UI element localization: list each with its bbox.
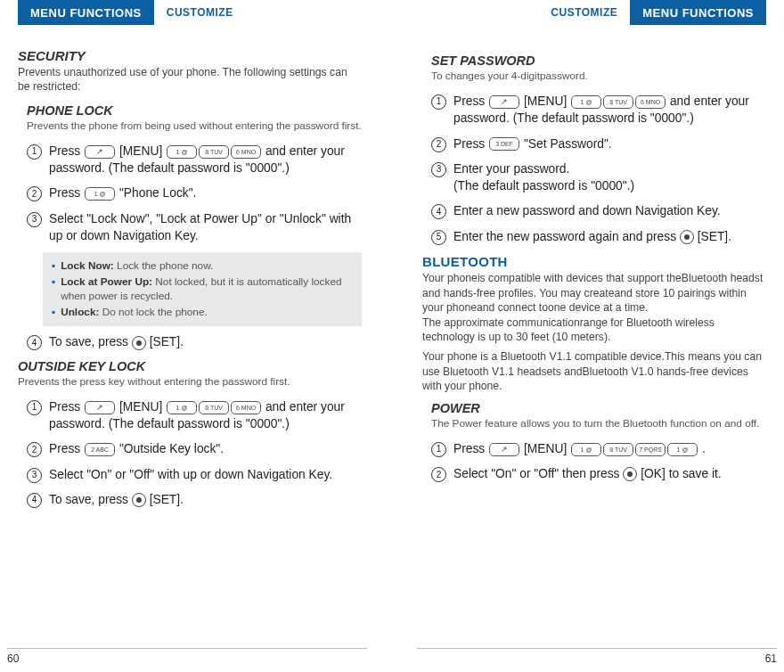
phonelock-title: PHONE LOCK — [27, 103, 362, 118]
setpw-step-4: 4 Enter a new password and down Navigati… — [431, 202, 766, 219]
key-1: 1 @ — [571, 443, 601, 456]
key-8: 8 TUV — [603, 443, 633, 456]
tab-customize: CUSTOMIZE — [154, 0, 246, 25]
header-left: MENU FUNCTIONS CUSTOMIZE — [18, 0, 362, 25]
page-left: MENU FUNCTIONS CUSTOMIZE SECURITY Preven… — [0, 0, 392, 672]
callout-row: •Unlock: Do not lock the phone. — [52, 305, 353, 320]
callout-row: •Lock at Power Up: Not locked, but it is… — [52, 275, 353, 304]
step-number: 1 — [27, 400, 42, 415]
right-content: SET PASSWORD To changes your 4-digitpass… — [422, 25, 766, 482]
okl-step-1: 1 Press [MENU] 1 @8 TUV6 MNO and enter y… — [27, 398, 362, 433]
step-text: Press 1 @ "Phone Lock". — [49, 184, 362, 201]
power-title: POWER — [431, 401, 766, 415]
soft-key-icon — [489, 95, 519, 109]
step-number: 2 — [27, 442, 42, 457]
phonelock-step-3: 3 Select "Lock Now", "Lock at Power Up" … — [27, 210, 362, 245]
phonelock-steps: 1 Press [MENU] 1 @8 TUV6 MNO and enter y… — [18, 143, 362, 245]
setpw-step-1: 1 Press [MENU] 1 @8 TUV6 MNO and enter y… — [431, 93, 766, 127]
phonelock-callout: •Lock Now: Lock the phone now. •Lock at … — [43, 252, 362, 326]
tab-menu-functions: MENU FUNCTIONS — [630, 0, 766, 25]
step-text: Enter a new password and down Navigation… — [453, 202, 766, 219]
step-number: 4 — [431, 204, 446, 219]
setpw-step-2: 2 Press 3 DEF "Set Password". — [431, 135, 766, 152]
okl-title: OUTSIDE KEY LOCK — [18, 359, 362, 373]
okl-step-3: 3 Select "On" or "Off" with up or down N… — [27, 466, 362, 483]
key-1: 1 @ — [85, 187, 115, 201]
step-text: Press [MENU] 1 @8 TUV6 MNO and enter you… — [49, 398, 362, 433]
step-text: Enter the new password again and press [… — [453, 228, 766, 245]
callout-row: •Lock Now: Lock the phone now. — [52, 258, 353, 274]
bluetooth-title: BLUETOOTH — [422, 254, 766, 269]
step-number: 1 — [431, 442, 446, 457]
ok-key-icon — [623, 467, 637, 481]
power-step-1: 1 Press [MENU] 1 @8 TUV7 PQRS1 @ . — [431, 440, 766, 457]
key-1: 1 @ — [167, 401, 197, 414]
key-2: 2 ABC — [85, 443, 115, 456]
phonelock-steps-2: 4 To save, press [SET]. — [18, 333, 362, 350]
step-number: 3 — [27, 468, 42, 483]
footer-line — [7, 648, 367, 649]
power-desc: The Power feature allows you to turn the… — [431, 417, 766, 431]
step-number: 4 — [27, 335, 42, 350]
step-text: To save, press [SET]. — [49, 333, 362, 350]
bluetooth-p3: Your phone is a Bluetooth V1.1 compatibl… — [422, 349, 766, 393]
tab-customize: CUSTOMIZE — [538, 0, 630, 25]
page-spread: MENU FUNCTIONS CUSTOMIZE SECURITY Preven… — [0, 0, 784, 672]
step-text: Select "On" or "Off" then press [OK] to … — [453, 465, 766, 482]
soft-key-icon — [489, 443, 519, 456]
bluetooth-p2: The approximate communicationrange for B… — [422, 316, 766, 345]
setpw-step-3: 3 Enter your password. (The default pass… — [431, 160, 766, 195]
key-8: 8 TUV — [199, 401, 229, 414]
key-6: 6 MNO — [635, 95, 666, 109]
step-number: 5 — [431, 230, 446, 245]
ok-key-icon — [132, 336, 146, 350]
step-number: 1 — [27, 144, 42, 160]
power-step-2: 2 Select "On" or "Off" then press [OK] t… — [431, 465, 766, 482]
bluetooth-p1: Your phoneis compatible with devices tha… — [422, 271, 766, 315]
step-text: Press [MENU] 1 @8 TUV7 PQRS1 @ . — [453, 440, 766, 457]
key-1: 1 @ — [667, 443, 698, 456]
phonelock-step-2: 2 Press 1 @ "Phone Lock". — [27, 184, 362, 201]
bullet-icon: • — [52, 258, 55, 274]
key-8: 8 TUV — [199, 145, 229, 159]
header-right: CUSTOMIZE MENU FUNCTIONS — [422, 0, 766, 25]
ok-key-icon — [132, 493, 146, 507]
step-text: Select "On" or "Off" with up or down Nav… — [49, 466, 362, 483]
step-number: 3 — [431, 162, 446, 177]
okl-step-2: 2 Press 2 ABC "Outside Key lock". — [27, 440, 362, 457]
step-number: 2 — [431, 137, 446, 152]
step-text: Enter your password. (The default passwo… — [453, 160, 766, 195]
step-number: 4 — [27, 493, 42, 508]
step-number: 1 — [431, 94, 446, 110]
security-title: SECURITY — [18, 48, 362, 63]
phonelock-step-4: 4 To save, press [SET]. — [27, 333, 362, 350]
key-3: 3 DEF — [489, 137, 519, 151]
left-content: SECURITY Prevents unauthorized use of yo… — [18, 25, 362, 508]
step-number: 2 — [27, 186, 42, 201]
step-text: Press 2 ABC "Outside Key lock". — [49, 440, 362, 457]
page-right: CUSTOMIZE MENU FUNCTIONS SET PASSWORD To… — [392, 0, 784, 672]
page-number-right: 61 — [765, 652, 777, 665]
setpw-desc: To changes your 4-digitpassword. — [431, 70, 766, 84]
setpw-steps: 1 Press [MENU] 1 @8 TUV6 MNO and enter y… — [422, 93, 766, 245]
soft-key-icon — [85, 145, 115, 159]
key-6: 6 MNO — [231, 145, 261, 159]
key-6: 6 MNO — [231, 401, 261, 414]
okl-step-4: 4 To save, press [SET]. — [27, 491, 362, 508]
step-number: 2 — [431, 467, 446, 482]
security-desc: Prevents unauthorized use of your phone.… — [18, 65, 362, 94]
ok-key-icon — [680, 230, 694, 244]
phonelock-step-1: 1 Press [MENU] 1 @8 TUV6 MNO and enter y… — [27, 143, 362, 177]
phonelock-desc: Prevents the phone from being used witho… — [27, 119, 362, 134]
key-7: 7 PQRS — [635, 443, 666, 456]
bullet-icon: • — [52, 305, 55, 320]
bullet-icon: • — [52, 275, 55, 304]
setpw-step-5: 5 Enter the new password again and press… — [431, 228, 766, 245]
footer-line — [417, 648, 777, 649]
okl-steps: 1 Press [MENU] 1 @8 TUV6 MNO and enter y… — [18, 398, 362, 509]
step-text: Select "Lock Now", "Lock at Power Up" or… — [49, 210, 362, 245]
step-text: To save, press [SET]. — [49, 491, 362, 508]
step-text: Press [MENU] 1 @8 TUV6 MNO and enter you… — [49, 143, 362, 177]
step-text: Press [MENU] 1 @8 TUV6 MNO and enter you… — [453, 93, 766, 127]
setpw-title: SET PASSWORD — [431, 53, 766, 68]
